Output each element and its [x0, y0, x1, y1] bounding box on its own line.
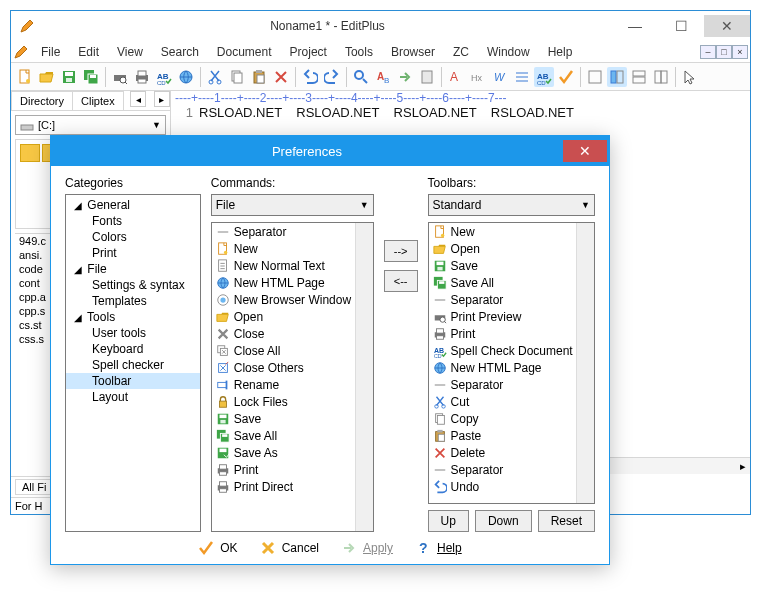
side-tab-left[interactable]: ◂ — [130, 91, 146, 107]
move-right-button[interactable]: --> — [384, 240, 418, 262]
menu-edit[interactable]: Edit — [70, 43, 107, 61]
tree-item[interactable]: Fonts — [66, 213, 200, 229]
tree-item[interactable]: Settings & syntax — [66, 277, 200, 293]
tb-copy-icon[interactable] — [227, 67, 247, 87]
menu-zc[interactable]: ZC — [445, 43, 477, 61]
tb-win2-icon[interactable] — [607, 67, 627, 87]
menu-file[interactable]: File — [33, 43, 68, 61]
list-item[interactable]: Save As — [212, 444, 373, 461]
list-item[interactable]: Separator — [429, 291, 594, 308]
tree-group[interactable]: ◢ File — [66, 261, 200, 277]
tb-replace-icon[interactable]: AB — [373, 67, 393, 87]
tb-undo-icon[interactable] — [300, 67, 320, 87]
list-item[interactable]: New — [212, 240, 373, 257]
list-item[interactable]: Save All — [429, 274, 594, 291]
tb-save-icon[interactable] — [59, 67, 79, 87]
tab-directory[interactable]: Directory — [11, 91, 73, 110]
list-item[interactable]: New HTML Page — [429, 359, 594, 376]
categories-tree[interactable]: ◢ GeneralFontsColorsPrint◢ FileSettings … — [65, 194, 201, 532]
tree-item[interactable]: Templates — [66, 293, 200, 309]
list-item[interactable]: Open — [212, 308, 373, 325]
tree-item[interactable]: Keyboard — [66, 341, 200, 357]
tree-item[interactable]: Print — [66, 245, 200, 261]
tb-w-icon[interactable]: W — [490, 67, 510, 87]
list-item[interactable]: New Normal Text — [212, 257, 373, 274]
mdi-min[interactable]: – — [700, 45, 716, 59]
down-button[interactable]: Down — [475, 510, 532, 532]
list-item[interactable]: New HTML Page — [212, 274, 373, 291]
tb-check-icon[interactable] — [556, 67, 576, 87]
tb-spell-icon[interactable] — [154, 67, 174, 87]
tree-item[interactable]: Colors — [66, 229, 200, 245]
list-item[interactable]: Separator — [429, 461, 594, 478]
up-button[interactable]: Up — [428, 510, 469, 532]
list-item[interactable]: Print — [212, 461, 373, 478]
tb-fontA-icon[interactable]: A — [446, 67, 466, 87]
tb-find-icon[interactable] — [351, 67, 371, 87]
list-item[interactable]: New Browser Window — [212, 291, 373, 308]
side-tab-right[interactable]: ▸ — [154, 91, 170, 107]
list-item[interactable]: Save All — [212, 427, 373, 444]
dialog-close-button[interactable]: ✕ — [563, 140, 607, 162]
list-item[interactable]: Print Direct — [212, 478, 373, 495]
list-item[interactable]: Delete — [429, 444, 594, 461]
commands-combo[interactable]: File ▼ — [211, 194, 374, 216]
list-item[interactable]: Cut — [429, 393, 594, 410]
tb-hx-icon[interactable]: Hx — [468, 67, 488, 87]
tb-win1-icon[interactable] — [585, 67, 605, 87]
list-item[interactable]: Paste — [429, 427, 594, 444]
menu-browser[interactable]: Browser — [383, 43, 443, 61]
list-item[interactable]: Undo — [429, 478, 594, 495]
tb-book-icon[interactable] — [417, 67, 437, 87]
reset-button[interactable]: Reset — [538, 510, 595, 532]
tab-cliptext[interactable]: Cliptex — [72, 91, 124, 110]
list-item[interactable]: Close All — [212, 342, 373, 359]
tree-item[interactable]: Spell checker — [66, 357, 200, 373]
toolbars-combo[interactable]: Standard ▼ — [428, 194, 595, 216]
mdi-max[interactable]: □ — [716, 45, 732, 59]
tree-item[interactable]: Toolbar — [66, 373, 200, 389]
menu-view[interactable]: View — [109, 43, 151, 61]
tb-paste-icon[interactable] — [249, 67, 269, 87]
list-item[interactable]: Spell Check Document — [429, 342, 594, 359]
tb-redo-icon[interactable] — [322, 67, 342, 87]
tb-lines-icon[interactable] — [512, 67, 532, 87]
tb-printprev-icon[interactable] — [110, 67, 130, 87]
minimize-button[interactable]: — — [612, 15, 658, 37]
drive-combo[interactable]: [C:] ▼ — [15, 115, 166, 135]
tree-item[interactable]: Layout — [66, 389, 200, 405]
list-item[interactable]: Close — [212, 325, 373, 342]
list-item[interactable]: Copy — [429, 410, 594, 427]
maximize-button[interactable]: ☐ — [658, 15, 704, 37]
tb-html-icon[interactable] — [176, 67, 196, 87]
menu-tools[interactable]: Tools — [337, 43, 381, 61]
apply-button[interactable]: Apply — [341, 540, 393, 556]
tb-win3-icon[interactable] — [629, 67, 649, 87]
tb-new-icon[interactable] — [15, 67, 35, 87]
list-item[interactable]: New — [429, 223, 594, 240]
tree-item[interactable]: User tools — [66, 325, 200, 341]
menu-document[interactable]: Document — [209, 43, 280, 61]
list-item[interactable]: Rename — [212, 376, 373, 393]
ok-button[interactable]: OK — [198, 540, 237, 556]
tb-win4-icon[interactable] — [651, 67, 671, 87]
list-item[interactable]: Close Others — [212, 359, 373, 376]
code-text[interactable]: RSLOAD.NET RSLOAD.NET RSLOAD.NET RSLOAD.… — [199, 105, 750, 120]
list-item[interactable]: Print Preview — [429, 308, 594, 325]
menu-window[interactable]: Window — [479, 43, 538, 61]
toolbars-list[interactable]: NewOpenSaveSave AllSeparatorPrint Previe… — [428, 222, 595, 504]
tb-saveall-icon[interactable] — [81, 67, 101, 87]
scroll-right-icon[interactable]: ▸ — [740, 460, 746, 473]
cancel-button[interactable]: Cancel — [260, 540, 319, 556]
move-left-button[interactable]: <-- — [384, 270, 418, 292]
tb-goto-icon[interactable] — [395, 67, 415, 87]
tb-abcd-icon[interactable] — [534, 67, 554, 87]
list-item[interactable]: Save — [212, 410, 373, 427]
tb-open-icon[interactable] — [37, 67, 57, 87]
menu-search[interactable]: Search — [153, 43, 207, 61]
folder-icon[interactable] — [20, 144, 40, 162]
list-item[interactable]: Print — [429, 325, 594, 342]
menu-project[interactable]: Project — [282, 43, 335, 61]
tb-delete-icon[interactable] — [271, 67, 291, 87]
help-button[interactable]: Help — [415, 540, 462, 556]
